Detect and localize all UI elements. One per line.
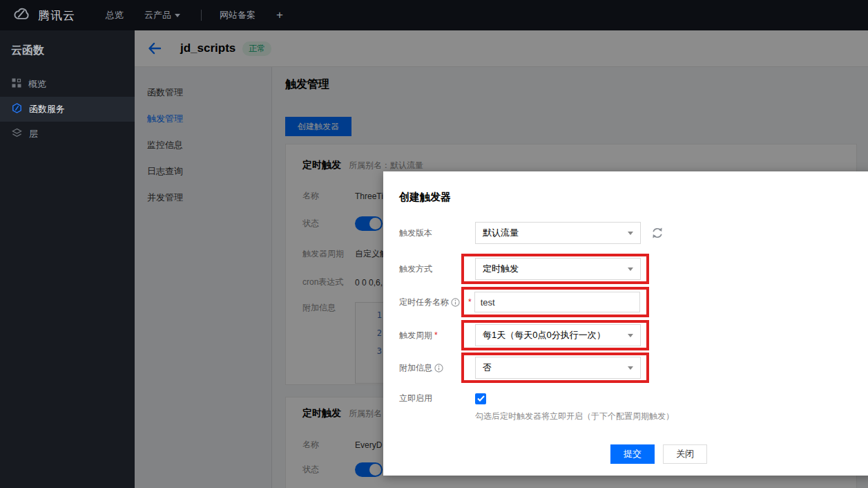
modal-title: 创建触发器: [399, 191, 868, 204]
top-nav: 腾讯云 总览 云产品 网站备案 +: [0, 0, 868, 30]
enable-now-label: 立即启用: [399, 393, 475, 404]
refresh-button[interactable]: [650, 226, 664, 240]
sidebar-item-function-service[interactable]: 函数服务: [0, 97, 135, 122]
highlight-box: 否: [461, 353, 649, 383]
extra-info-select[interactable]: 否: [475, 357, 641, 379]
chevron-down-icon: [628, 268, 633, 271]
refresh-icon: [650, 226, 664, 240]
chevron-down-icon: [628, 334, 633, 337]
required-mark: *: [434, 330, 438, 340]
topnav-item-overview[interactable]: 总览: [106, 9, 124, 21]
info-icon[interactable]: [451, 298, 460, 307]
top-nav-items: 总览 云产品 网站备案 +: [106, 8, 304, 22]
grid-icon: [12, 78, 21, 91]
sidebar-item-overview[interactable]: 概览: [0, 72, 135, 97]
chevron-down-icon: [628, 232, 633, 235]
hexagon-function-icon: [12, 103, 22, 116]
topnav-item-cloud-products[interactable]: 云产品: [144, 9, 180, 21]
check-icon: [477, 395, 485, 402]
product-title: 云函数: [0, 30, 135, 58]
tencent-cloud-logo-icon: [11, 6, 32, 24]
topnav-add-button[interactable]: +: [276, 8, 283, 22]
trigger-method-select[interactable]: 定时触发: [475, 258, 641, 280]
chevron-down-icon: [628, 366, 633, 370]
info-icon[interactable]: [434, 364, 443, 373]
topnav-divider: [201, 10, 202, 21]
product-sidebar: 云函数 概览 函数服务: [0, 30, 135, 488]
submit-button[interactable]: 提交: [610, 444, 655, 464]
create-trigger-modal: 创建触发器 触发版本 默认流量 触发方式 定时触发 定时任务: [383, 171, 868, 476]
highlight-box: 定时触发: [461, 254, 649, 284]
trigger-version-select[interactable]: 默认流量: [475, 222, 641, 244]
required-mark: *: [468, 297, 472, 307]
enable-hint: 勾选后定时触发器将立即开启（于下个配置周期触发）: [475, 411, 868, 422]
trigger-version-label: 触发版本: [399, 227, 475, 239]
sidebar-item-layers[interactable]: 层: [0, 122, 135, 147]
brand-name: 腾讯云: [38, 8, 75, 24]
close-button[interactable]: 关闭: [663, 444, 707, 464]
enable-now-checkbox[interactable]: [475, 393, 486, 404]
highlight-box: 每1天（每天0点0分执行一次）: [461, 320, 649, 350]
task-name-input[interactable]: [474, 292, 640, 312]
chevron-down-icon: [175, 14, 180, 17]
tencent-cloud-brand[interactable]: 腾讯云: [11, 6, 75, 24]
highlight-box: *: [461, 287, 649, 317]
trigger-period-select[interactable]: 每1天（每天0点0分执行一次）: [475, 324, 641, 346]
topnav-item-website-record[interactable]: 网站备案: [220, 9, 255, 21]
layers-icon: [12, 128, 22, 141]
